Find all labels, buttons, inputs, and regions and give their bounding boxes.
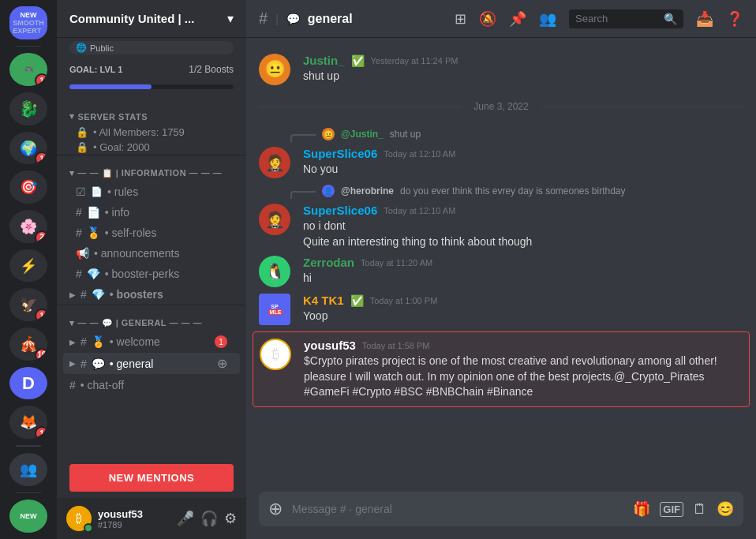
server-icon-1[interactable]: 🎮 1 (9, 53, 47, 86)
channel-item-welcome[interactable]: ▶ # 🏅 • welcome 1 (63, 332, 240, 351)
gift-icon[interactable]: 🎁 (633, 500, 650, 518)
members-icon[interactable]: 👥 (539, 10, 556, 28)
bell-slash-icon[interactable]: 🔕 (479, 10, 496, 28)
channel-title: general (308, 12, 353, 26)
user-discriminator: #1789 (98, 520, 170, 530)
inbox-icon[interactable]: 📥 (696, 10, 713, 28)
user-info: yousuf53 #1789 (98, 508, 170, 530)
add-member-icon[interactable]: ⊕ (217, 356, 227, 371)
author-k4[interactable]: K4 TK1 (303, 294, 344, 307)
general-header[interactable]: ▾ — — 💬 | GENERAL — — — (57, 305, 246, 331)
message-text-justin: shut up (303, 69, 743, 84)
hashtag-icon[interactable]: ⊞ (455, 10, 466, 28)
hash-icon-booster-perks: # (76, 268, 82, 280)
channel-sidebar: Community United | ... ▾ 🌐 Public GOAL: … (57, 0, 246, 539)
channel-name-booster-perks: • booster-perks (105, 268, 227, 280)
channel-item-chatoff[interactable]: # • chat-off (63, 376, 240, 395)
message-group-k4: SPMLE K4 TK1 ✅ Today at 1:00 PM Yoop (246, 290, 756, 328)
avatar-k4: SPMLE (259, 294, 290, 325)
channel-item-general[interactable]: ▶ # 💬 • general ⊕ (63, 353, 240, 374)
server-divider (16, 46, 41, 47)
settings-icon[interactable]: ⚙ (224, 510, 237, 527)
add-attachment-button[interactable]: ⊕ (268, 499, 283, 519)
message-group-yousuf: ₿ yousuf53 Today at 1:58 PM $Crypto pira… (260, 339, 743, 400)
hash-icon-welcome: # (80, 335, 87, 348)
user-avatar: ₿ (66, 506, 92, 531)
author-zerrodan[interactable]: Zerrodan (303, 256, 354, 269)
author-superslice2[interactable]: SuperSlice06 (303, 204, 377, 217)
avatar-superslice2: 🤵 (259, 204, 290, 235)
author-yousuf[interactable]: yousuf53 (304, 339, 356, 352)
avatar-justin: 😐 (259, 54, 290, 85)
server-icon-10[interactable]: 🦊 1 (9, 406, 47, 439)
timestamp-superslice2: Today at 12:10 AM (384, 206, 455, 215)
server-icon-new-bottom[interactable]: NEW (9, 500, 47, 533)
reply-text-1: shut up (390, 129, 421, 140)
channel-item-info[interactable]: # 📄 • info (63, 203, 240, 222)
channel-item-announcements[interactable]: 📢 • announcements (63, 244, 240, 263)
date-label: June 3, 2022 (473, 101, 528, 112)
server-icon-community[interactable]: 👥 (9, 453, 47, 486)
server-icon-new[interactable]: NEW SMOOTHEXPERT (9, 6, 47, 39)
server-stats-header[interactable]: ▾ SERVER STATS (57, 99, 246, 125)
username: yousuf53 (98, 508, 170, 520)
server-name: Community United | ... (69, 12, 194, 25)
server-icon-8[interactable]: 🎪 19 (9, 328, 47, 361)
info-label: — — 📋 | INFORMATION — — — (78, 168, 223, 178)
online-indicator (84, 523, 93, 533)
message-text-k4: Yoop (303, 309, 743, 324)
server-sublabel: SMOOTHEXPERT (13, 19, 44, 35)
channel-item-booster-perks[interactable]: # 💎 • booster-perks (63, 264, 240, 283)
chat-header: # | 💬 general ⊞ 🔕 📌 👥 Search 🔍 📥 ❓ (246, 0, 756, 38)
server-icon-7[interactable]: 🦅 1 (9, 288, 47, 321)
channel-name-chatoff: • chat-off (80, 379, 227, 391)
pin-icon[interactable]: 📌 (509, 10, 526, 28)
author-justin[interactable]: Justin_ (303, 54, 345, 67)
reply-context-1: 😐 @Justin_ shut up (246, 125, 756, 144)
channel-name-welcome: • welcome (110, 335, 210, 348)
channel-name-boosters: • boosters (110, 288, 227, 301)
server-icon-5[interactable]: 🌸 2 (9, 210, 47, 243)
headphone-icon[interactable]: 🎧 (200, 510, 218, 527)
sticker-icon[interactable]: 🗒 (693, 501, 707, 518)
chat-input-area: ⊕ 🎁 GIF 🗒 😊 (246, 492, 756, 539)
verified-icon-k4: ✅ (350, 294, 364, 307)
server-icon-6[interactable]: ⚡ (9, 249, 47, 283)
message-header-superslice1: SuperSlice06 Today at 12:10 AM (303, 147, 743, 160)
badge-1: 1 (35, 73, 47, 86)
channel-name-rules: • rules (107, 185, 227, 198)
server-icon-3[interactable]: 🌍 1 (9, 132, 47, 165)
message-group-superslice1: 🤵 SuperSlice06 Today at 12:10 AM No you (246, 144, 756, 182)
new-mentions-button[interactable]: NEW MENTIONS (69, 464, 234, 492)
channel-item-boosters[interactable]: ▶ # 💎 • boosters (63, 285, 240, 304)
channel-item-self-roles[interactable]: # 🏅 • self-roles (63, 223, 240, 242)
boost-count[interactable]: 1/2 Boosts (189, 64, 234, 75)
microphone-icon[interactable]: 🎤 (177, 510, 194, 527)
badge-8: 19 (35, 348, 47, 361)
megaphone-icon: 📢 (76, 247, 89, 260)
server-icon-4[interactable]: 🎯 (9, 170, 47, 204)
author-superslice1[interactable]: SuperSlice06 (303, 147, 377, 160)
server-header[interactable]: Community United | ... ▾ (57, 0, 246, 38)
help-icon[interactable]: ❓ (726, 10, 743, 28)
emoji-icon[interactable]: 😊 (717, 500, 734, 518)
reply-author-1: @Justin_ (341, 129, 384, 140)
search-placeholder: Search (575, 13, 608, 24)
chevron-down-icon: ▾ (227, 11, 234, 26)
search-box[interactable]: Search 🔍 (569, 9, 683, 28)
message-content-zerrodan: Zerrodan Today at 11:20 AM hi (303, 256, 743, 287)
chat-input-box: ⊕ 🎁 GIF 🗒 😊 (259, 492, 743, 526)
info-header[interactable]: ▾ — — 📋 | INFORMATION — — — (57, 155, 246, 182)
server-icon-2[interactable]: 🐉 (9, 92, 47, 125)
reply-text-2: do you ever think this evrey day is some… (400, 185, 625, 197)
gif-icon[interactable]: GIF (660, 502, 683, 517)
message-input[interactable] (292, 495, 623, 523)
message-content-superslice2: SuperSlice06 Today at 12:10 AM no i dont… (303, 204, 743, 249)
verified-icon-justin: ✅ (351, 54, 365, 67)
message-text-superslice1: No you (303, 162, 743, 178)
server-icon-9[interactable]: D (9, 367, 47, 400)
public-badge: 🌐 Public (69, 41, 234, 54)
checkbox-icon: ☑ (76, 185, 86, 198)
general-label: — — 💬 | GENERAL — — — (78, 318, 203, 328)
channel-item-rules[interactable]: ☑ 📄 • rules (63, 182, 240, 201)
